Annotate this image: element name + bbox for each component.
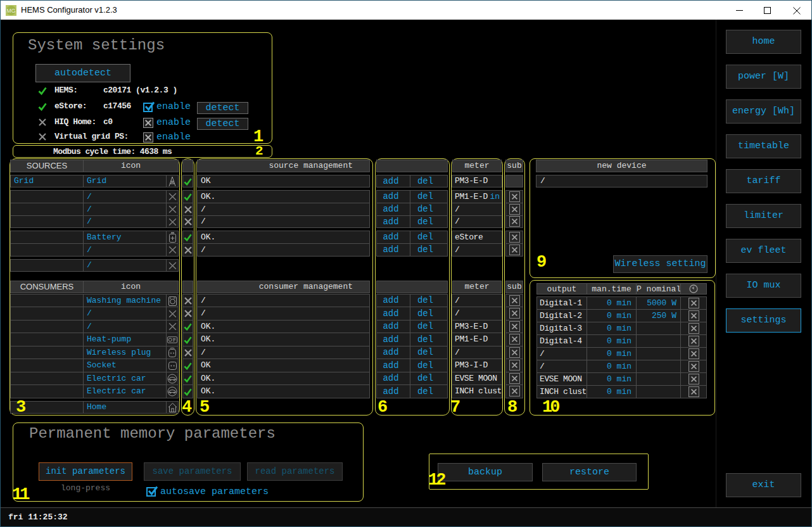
svg-text:MG: MG	[6, 8, 16, 14]
